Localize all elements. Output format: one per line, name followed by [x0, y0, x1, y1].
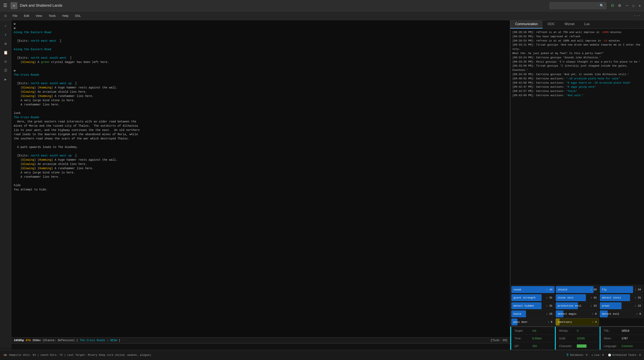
menu-hamburger-icon[interactable]: ☰	[3, 3, 7, 8]
database-status: 🗄 Database: 0	[566, 354, 588, 357]
stat-qp: QP: 320	[511, 342, 555, 350]
sidebar-item-lightning[interactable]: ⚡	[2, 31, 10, 39]
bottom-right: 🗄 Database: 0 ◎ Lua: 0 🕐 Scheduled Tasks…	[566, 354, 641, 357]
minimize-button[interactable]: —	[626, 3, 628, 8]
mud-line: (Glowing) (Humming) A runehammer lies he…	[14, 94, 508, 98]
close-button[interactable]: ✕	[638, 3, 641, 8]
vampiric-text: Vampiric Hits: 93 | Leech Hits: 74 | Las…	[9, 354, 153, 357]
settings-icon[interactable]: ⚙	[618, 3, 621, 8]
menu-edit[interactable]: Edit	[21, 13, 32, 19]
mp-display: 47m	[26, 339, 30, 342]
sidebar-collapse-icon[interactable]: ⊟	[2, 12, 9, 20]
mud-line: w	[14, 22, 508, 26]
stat-gold: Gold: 10335	[556, 335, 600, 342]
comm-line: [09:33:59 PM]: Tirzah gossips 'I literal…	[512, 64, 642, 72]
lua-status: ◎ Lua: 0	[592, 354, 604, 357]
menu-dsl[interactable]: DSL	[72, 13, 84, 19]
comm-line: [09:34:26 PM]: Catroina gossips 'And yet…	[512, 72, 642, 77]
comm-output[interactable]: [09:28:16 PM]: refresh is at at 75% and …	[510, 29, 644, 285]
mud-line: Along the Eastern Road	[14, 30, 508, 35]
network-icon[interactable]: ⊟	[611, 3, 614, 8]
mud-line: look	[14, 111, 508, 115]
mud-line: (Glowing) (Humming) A huge hammer rests …	[14, 158, 508, 162]
database-icon: 🗄	[566, 354, 569, 357]
mud-line: (Glowing) A green crystal dagger has bee…	[14, 60, 508, 64]
menu-bar: ⊟ File Edit View Tools Help DSL ···	[0, 11, 644, 20]
menu-view[interactable]: View	[32, 13, 45, 19]
sidebar-item-book[interactable]: 📋	[2, 48, 10, 57]
mud-line	[14, 77, 508, 81]
bottom-bar: 🦇 Vampiric Hits: 93 | Leech Hits: 74 | L…	[0, 350, 644, 360]
mud-line	[14, 141, 508, 145]
title-bar: ☰ ✦ Dark and Shattered Lands 🔍 ⊟ ⚙ — ☐ ✕	[0, 0, 644, 11]
stats-panel: Target: n/a Wimpy: 0 TNL: 16514 Time:	[510, 327, 644, 350]
stat-target: Target: n/a	[511, 327, 555, 334]
tab-lua[interactable]: Lua	[580, 20, 594, 28]
skill-sanctuary: sanctuary : 4	[556, 318, 599, 326]
tab-ooc[interactable]: OOC	[542, 20, 560, 28]
comm-line: [09:43:09 PM]: Catroina auctions: 'And s…	[512, 93, 642, 98]
lua-icon: ◎	[592, 354, 593, 357]
sidebar-item-terminal[interactable]: ▶	[2, 75, 10, 83]
tab-wiznet[interactable]: Wiznet	[560, 20, 580, 28]
mud-status-bar: 1658hp 47m 360mv (Stance: Defensive) (Th…	[11, 337, 510, 343]
sidebar-item-layers[interactable]: ☰	[2, 66, 10, 74]
comm-line: [09:33:35 PM]: Skiiz gossips 'I'z alwayz…	[512, 60, 642, 64]
skill-haste: haste : 15	[511, 310, 555, 318]
skill-empty	[600, 318, 643, 326]
mud-line: A path upwards leads to The Academy.	[14, 145, 508, 149]
location-display: The Cross Roads	[80, 339, 105, 342]
mud-line: w	[14, 26, 508, 30]
menu-ellipsis[interactable]: ···	[634, 13, 641, 18]
skill-grid: sneak : 44 shield : 39 fly : 34 giant st…	[510, 285, 644, 327]
skill-detect-evil: detect evil : 8	[600, 310, 643, 318]
search-input[interactable]	[552, 4, 600, 7]
app-title: Dark and Shattered Lands	[20, 3, 550, 8]
menu-tools[interactable]: Tools	[45, 13, 59, 19]
mud-input[interactable]	[13, 344, 508, 349]
comm-line: [09:42:08 PM]: Catroina auctions: '8 egg…	[512, 81, 642, 85]
comm-line: [09:33:24 PM]: Catroina gossips 'Sounds …	[512, 56, 642, 60]
menu-file[interactable]: File	[9, 13, 21, 19]
stat-tnl: TNL: 16514	[600, 327, 644, 334]
mud-line: A runehammer lies here.	[14, 103, 508, 107]
skill-armor: armor : 22	[600, 302, 643, 309]
mud-line: Along the Eastern Road	[14, 47, 508, 52]
sidebar-item-random[interactable]: ⚡	[2, 22, 10, 30]
tab-communication[interactable]: Communication	[510, 20, 542, 28]
nesw-display: NESW	[110, 339, 117, 342]
menu-help[interactable]: Help	[59, 13, 72, 19]
mud-line: (Glowing) An arcanium shield lies here.	[14, 162, 508, 166]
search-bar[interactable]: 🔍	[550, 2, 606, 9]
comm-line: [09:40:52 PM]: Catroina auctions: '-10 a…	[512, 77, 642, 81]
skill-stone-skin: stone skin : 31	[556, 294, 599, 301]
mud-line: road leads to the dwarven kingdom and th…	[14, 132, 508, 137]
mud-output[interactable]: w w Along the Eastern Road [Exits: north…	[11, 20, 510, 337]
mud-line: [Exits: north east south west up ]	[14, 81, 508, 86]
window-controls: — ☐ ✕	[626, 3, 641, 8]
comm-line: [09:28:52 PM]: You have improved at refr…	[512, 35, 642, 39]
app-icon: ✦	[10, 2, 18, 9]
mud-line	[14, 179, 508, 183]
mud-line: lie to your west, and the highway contin…	[14, 128, 508, 132]
stance-display: (Stance: Defensive)	[42, 339, 75, 342]
main-content: w w Along the Eastern Road [Exits: north…	[11, 20, 644, 350]
stat-language: Language: Common	[600, 342, 644, 350]
mud-line	[14, 149, 508, 154]
skill-shield: shield : 39	[556, 286, 599, 293]
mud-line: Here, the great eastern road intersects …	[14, 120, 508, 124]
sidebar-item-plugin[interactable]: ⊡	[2, 57, 10, 65]
mud-line: the southern road shows the scars of the…	[14, 137, 508, 141]
mud-line: hide	[14, 183, 508, 188]
stat-wimpy: Wimpy: 0	[556, 327, 600, 334]
mud-line: (Glowing) (Humming) A huge hammer rests …	[14, 86, 508, 90]
maximize-button[interactable]: ☐	[632, 3, 634, 8]
comm-line: [09:28:53 PM]: refresh is at at 100% and…	[512, 39, 642, 43]
skill-detect-hidden: detect hidden : 31	[511, 302, 555, 309]
vampiric-icon: 🦇	[3, 353, 7, 357]
title-icons: ⊟ ⚙	[611, 3, 621, 8]
mud-line: The Cross Roads	[14, 115, 508, 120]
char-indicator	[577, 345, 586, 348]
skill-sneak: sneak : 44	[511, 286, 555, 293]
sidebar-item-grid[interactable]: ⊞	[2, 40, 10, 48]
